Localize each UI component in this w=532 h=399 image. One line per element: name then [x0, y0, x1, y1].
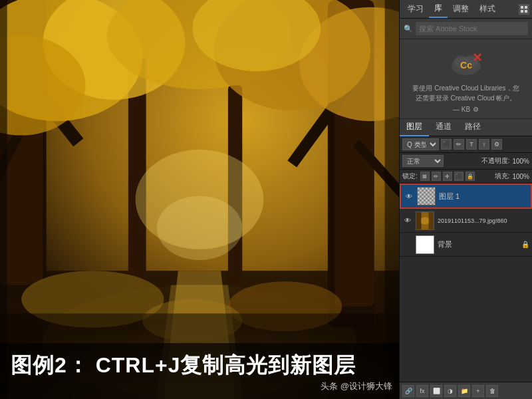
- opacity-value: 100%: [512, 158, 529, 165]
- forest-image: [0, 0, 399, 399]
- layer-filter-row: Q 类型 ⬛ ✏ T ↕ ⚙: [400, 136, 532, 153]
- cc-area: Cc 要使用 Creative Cloud Libraries，您 还需要登录 …: [400, 39, 532, 119]
- lock-icon-all[interactable]: 🔒: [466, 172, 475, 181]
- layers-toolbar: 🔗 fx ⬜ ◑ 📁 + 🗑: [400, 382, 532, 399]
- layer-name-2: 20191101153...79.jpg!860: [438, 217, 529, 224]
- layer-item-2[interactable]: 👁 20191101153...79.jpg!860: [400, 209, 532, 233]
- svg-point-41: [420, 217, 430, 224]
- opacity-label: 不透明度:: [481, 156, 510, 166]
- cc-kb-icon: ⚙: [473, 106, 479, 113]
- tab-study[interactable]: 学习: [402, 1, 429, 17]
- top-tabs: 学习 库 调整 样式: [400, 0, 532, 19]
- toolbar-folder-icon[interactable]: 📁: [458, 385, 470, 397]
- filter-icon-5[interactable]: ⚙: [491, 139, 502, 150]
- toolbar-link-icon[interactable]: 🔗: [402, 385, 414, 397]
- watermark: 头条 @设计狮大锋: [321, 380, 392, 392]
- cc-kb-row: — KB ⚙: [453, 106, 479, 113]
- layers-list: 👁 图层 1 👁 20191101153...79.jpg!860 👁: [400, 184, 532, 382]
- tab-library[interactable]: 库: [429, 0, 448, 18]
- eye-icon-1[interactable]: 👁: [404, 191, 414, 201]
- eye-icon-3[interactable]: 👁: [402, 239, 413, 250]
- layer-thumb-2: [416, 211, 434, 230]
- filter-icon-4[interactable]: ↕: [479, 139, 489, 150]
- layer-thumb-3: [416, 235, 434, 254]
- layer-name-3: 背景: [438, 239, 521, 249]
- toolbar-new-icon[interactable]: +: [472, 385, 484, 397]
- grid-button[interactable]: [519, 4, 529, 15]
- search-icon: 🔍: [404, 25, 413, 33]
- eye-icon-2[interactable]: 👁: [402, 215, 413, 226]
- layer-thumb-1: [417, 187, 436, 205]
- lock-icon-artboard[interactable]: ⬛: [454, 172, 464, 181]
- cc-message-2: 还需要登录 Creative Cloud 帐户。: [416, 93, 517, 103]
- tab-style[interactable]: 样式: [474, 1, 501, 17]
- lock-label: 锁定:: [402, 172, 418, 181]
- grid-icon: [521, 6, 527, 13]
- layer-tab-channels[interactable]: 通道: [429, 118, 458, 136]
- svg-point-23: [157, 196, 243, 260]
- lock-row: 锁定: ⊠ ✏ ✛ ⬛ 🔒 填充: 100%: [400, 170, 532, 184]
- layer-tab-paths[interactable]: 路径: [458, 118, 487, 136]
- layer-tabs: 图层 通道 路径: [400, 119, 532, 136]
- toolbar-delete-icon[interactable]: 🗑: [486, 385, 498, 397]
- svg-rect-31: [525, 6, 527, 9]
- right-panel: 学习 库 调整 样式 🔍 Cc 要: [399, 0, 532, 399]
- svg-rect-32: [521, 10, 523, 13]
- filter-icon-3[interactable]: T: [466, 139, 477, 150]
- search-bar: 🔍: [400, 19, 532, 39]
- tab-adjust[interactable]: 调整: [448, 1, 474, 17]
- filter-icon-2[interactable]: ✏: [454, 139, 464, 150]
- toolbar-mask-icon[interactable]: ⬜: [430, 385, 442, 397]
- blend-row: 正常 不透明度: 100%: [400, 153, 532, 170]
- lock-icon-move[interactable]: ✛: [443, 172, 452, 181]
- cc-kb-text: — KB: [453, 106, 470, 113]
- filter-dropdown[interactable]: Q 类型: [402, 138, 439, 150]
- layer-item-3[interactable]: 👁 背景 🔒: [400, 233, 532, 257]
- cc-logo-svg: Cc: [448, 47, 485, 79]
- svg-rect-33: [525, 10, 527, 13]
- blend-mode-dropdown[interactable]: 正常: [402, 155, 444, 167]
- photo-thumb: [416, 211, 434, 230]
- svg-rect-43: [429, 212, 434, 229]
- lock-icon-brush[interactable]: ✏: [432, 172, 441, 181]
- search-input[interactable]: [416, 22, 528, 35]
- caption-text: 图例2： CTRL+J复制高光到新图层: [11, 351, 388, 380]
- layer-tab-layers[interactable]: 图层: [400, 118, 429, 136]
- layer-name-1: 图层 1: [439, 192, 528, 201]
- layer-lock-icon-3: 🔒: [521, 241, 529, 249]
- fill-label: 填充:: [495, 172, 510, 181]
- cc-message-1: 要使用 Creative Cloud Libraries，您: [412, 83, 519, 93]
- layer-item-1[interactable]: 👁 图层 1: [400, 184, 532, 209]
- lock-icons: ⊠ ✏ ✛ ⬛ 🔒: [420, 172, 475, 181]
- lock-icon-transparency[interactable]: ⊠: [420, 172, 430, 181]
- filter-icon-1[interactable]: ⬛: [441, 139, 452, 150]
- svg-text:Cc: Cc: [460, 60, 472, 70]
- toolbar-fx-icon[interactable]: fx: [416, 385, 428, 397]
- fill-value: 100%: [512, 173, 529, 180]
- svg-rect-42: [416, 212, 421, 229]
- toolbar-adjustment-icon[interactable]: ◑: [444, 385, 456, 397]
- svg-rect-30: [521, 6, 523, 9]
- main-canvas: 图例2： CTRL+J复制高光到新图层 头条 @设计狮大锋: [0, 0, 399, 399]
